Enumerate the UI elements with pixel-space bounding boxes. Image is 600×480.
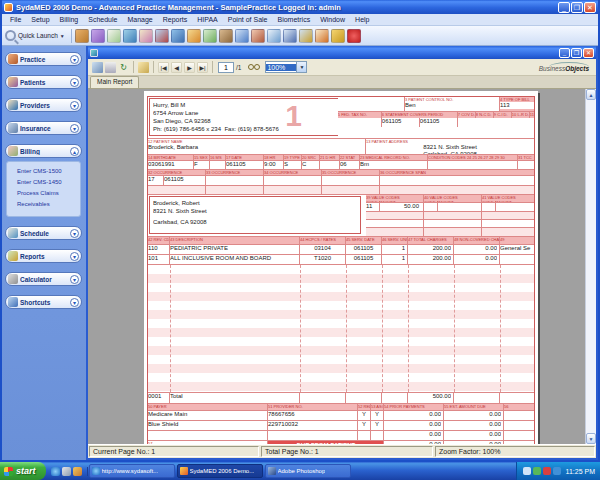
workstation-icon[interactable] <box>235 29 249 43</box>
sidebar-item-schedule[interactable]: Schedule ▾ <box>5 226 82 240</box>
find-patient-icon[interactable] <box>123 29 137 43</box>
first-page-icon[interactable]: |◀ <box>158 62 169 73</box>
statements-icon[interactable] <box>107 29 121 43</box>
menu-item[interactable]: File <box>5 16 26 23</box>
help-icon[interactable] <box>347 29 361 43</box>
chevron-down-icon[interactable]: ▾ <box>70 252 79 261</box>
start-button[interactable]: start <box>0 462 46 480</box>
menu-item[interactable]: Help <box>350 16 374 23</box>
sidebar-item-billing[interactable]: Billing ▴ <box>5 144 82 158</box>
menu-item[interactable]: Setup <box>26 16 54 23</box>
billing-submenu-link[interactable]: Enter CMS-1500 <box>17 168 80 174</box>
print-icon[interactable] <box>105 62 116 73</box>
alert-icon[interactable] <box>543 467 551 475</box>
report-close-button[interactable]: ✕ <box>583 48 594 58</box>
sidebar-item-reports[interactable]: Reports ▾ <box>5 249 82 263</box>
menu-item[interactable]: Schedule <box>83 16 122 23</box>
chevron-down-icon[interactable]: ▾ <box>70 124 79 133</box>
chevron-up-icon[interactable]: ▴ <box>70 147 79 156</box>
superbill-icon[interactable] <box>219 29 233 43</box>
front-desk-icon[interactable] <box>155 29 169 43</box>
claims-grid-icon[interactable] <box>203 29 217 43</box>
goto-page-input[interactable]: 1 <box>218 62 234 73</box>
schedule-icon <box>8 228 18 238</box>
volume-icon[interactable] <box>523 467 531 475</box>
task-button-browser[interactable]: http://www.sydasoft... <box>89 464 175 478</box>
media-player-icon[interactable] <box>73 467 82 476</box>
billing-submenu-link[interactable]: Enter CMS-1450 <box>17 179 80 185</box>
chevron-down-icon[interactable]: ▾ <box>70 298 79 307</box>
payments-icon[interactable] <box>187 29 201 43</box>
maximize-button[interactable]: ❐ <box>571 2 583 13</box>
network-icon[interactable] <box>553 467 561 475</box>
providers-icon <box>8 100 18 110</box>
scroll-down-icon[interactable]: ▼ <box>586 433 596 444</box>
menu-item[interactable]: Manage <box>122 16 157 23</box>
statement-from-field: 061105 <box>382 118 420 127</box>
task-button-sydamed[interactable]: SydaMED 2006 Demo... <box>177 464 263 478</box>
sidebar-item-calculator[interactable]: Calculator ▾ <box>5 272 82 286</box>
zoom-dropdown-arrow-icon[interactable]: ▼ <box>296 62 306 72</box>
close-button[interactable]: ✕ <box>584 2 596 13</box>
security-lock-icon[interactable] <box>331 29 345 43</box>
next-page-icon[interactable]: ▶ <box>184 62 195 73</box>
menu-item[interactable]: Point of Sale <box>223 16 273 23</box>
operator-icon[interactable] <box>251 29 265 43</box>
app-toolbar: Quick Launch ▼ <box>2 26 598 46</box>
sidebar-item-providers[interactable]: Providers ▾ <box>5 98 82 112</box>
menu-item[interactable]: Reports <box>158 16 193 23</box>
chevron-down-icon[interactable]: ▾ <box>70 101 79 110</box>
minimize-button[interactable]: _ <box>558 2 570 13</box>
sidebar: Practice ▾ Patients ▾ Providers ▾ Insura… <box>2 46 86 460</box>
cpt-codes-icon[interactable] <box>75 29 89 43</box>
scroll-up-icon[interactable]: ▲ <box>586 89 596 100</box>
report-maximize-button[interactable]: ❐ <box>571 48 582 58</box>
report-page: 1 Hurry, Bill M 6754 Arrow Lane San Dieg… <box>144 91 538 444</box>
reports-icon <box>8 251 18 261</box>
billing-submenu-link[interactable]: Receivables <box>17 201 80 207</box>
monitor-report-icon[interactable] <box>315 29 329 43</box>
report-designer-icon[interactable] <box>283 29 297 43</box>
patient-record-icon[interactable] <box>139 29 153 43</box>
export-icon[interactable] <box>92 62 103 73</box>
sidebar-item-shortcuts[interactable]: Shortcuts ▾ <box>5 295 82 309</box>
chevron-down-icon[interactable]: ▾ <box>70 275 79 284</box>
task-button-photoshop[interactable]: Adobe Photoshop <box>265 464 351 478</box>
menu-item[interactable]: Window <box>315 16 350 23</box>
zoom-select[interactable]: 100% ▼ <box>265 61 307 73</box>
sidebar-item-patients[interactable]: Patients ▾ <box>5 75 82 89</box>
chevron-down-icon[interactable]: ▾ <box>70 55 79 64</box>
form-locator-1-watermark: 1 <box>285 101 302 131</box>
report-scheduler-icon[interactable] <box>267 29 281 43</box>
mdi-area: _ ❐ ✕ ↻ |◀ ◀ ▶ ▶| 1 /1 <box>86 46 598 460</box>
calculator-icon <box>8 274 18 284</box>
report-status-bar: Current Page No.: 1 Total Page No.: 1 Zo… <box>88 444 596 458</box>
menu-item[interactable]: Billing <box>55 16 84 23</box>
search-icon[interactable] <box>248 63 260 71</box>
clock: 11:25 PM <box>566 468 595 475</box>
tab-main-report[interactable]: Main Report <box>90 76 139 88</box>
internet-explorer-icon[interactable] <box>51 467 60 476</box>
billing-submenu-link[interactable]: Process Claims <box>17 190 80 196</box>
charts-icon[interactable] <box>299 29 313 43</box>
chevron-down-icon[interactable]: ▾ <box>70 229 79 238</box>
vertical-scrollbar[interactable]: ▲ ▼ <box>585 89 596 444</box>
last-page-icon[interactable]: ▶| <box>197 62 208 73</box>
antivirus-shield-icon[interactable] <box>533 467 541 475</box>
web-portal-icon[interactable] <box>171 29 185 43</box>
admission-values-row: 03061991 F 061105 9:00 S C 06 Bm <box>148 161 534 170</box>
sidebar-item-insurance[interactable]: Insurance ▾ <box>5 121 82 135</box>
refresh-icon[interactable]: ↻ <box>118 62 129 73</box>
show-desktop-icon[interactable] <box>62 467 71 476</box>
menu-item[interactable]: Biometrics <box>272 16 315 23</box>
icd-codes-icon[interactable] <box>91 29 105 43</box>
quick-launch-button[interactable]: Quick Launch <box>18 32 58 39</box>
sidebar-item-practice[interactable]: Practice ▾ <box>5 52 82 66</box>
toggle-group-tree-icon[interactable] <box>138 62 149 73</box>
chevron-down-icon[interactable]: ▾ <box>70 78 79 87</box>
internet-explorer-icon <box>92 467 100 475</box>
menu-item[interactable]: HIPAA <box>192 16 223 23</box>
quick-launch-dropdown-arrow-icon[interactable]: ▼ <box>60 33 65 39</box>
prev-page-icon[interactable]: ◀ <box>171 62 182 73</box>
report-minimize-button[interactable]: _ <box>559 48 570 58</box>
